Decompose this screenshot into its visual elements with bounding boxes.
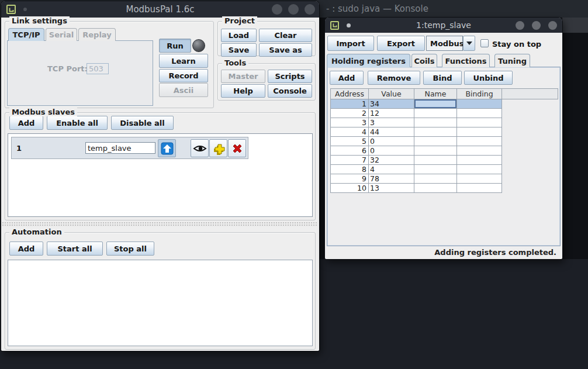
slave-window-titlebar[interactable]: 1:temp_slave	[325, 18, 562, 33]
table-cell-value[interactable]: 78	[369, 174, 414, 183]
register-add-button[interactable]: Add	[330, 71, 364, 85]
table-row[interactable]: 84	[330, 165, 502, 174]
table-cell-value[interactable]: 34	[369, 99, 414, 108]
table-cell-name[interactable]	[414, 146, 457, 155]
slave-enable-toggle[interactable]	[158, 139, 176, 157]
learn-button[interactable]: Learn	[159, 54, 208, 68]
table-row[interactable]: 732	[330, 156, 502, 165]
table-row[interactable]: 33	[330, 118, 502, 127]
table-cell-binding[interactable]	[457, 174, 502, 183]
start-all-button[interactable]: Start all	[47, 242, 103, 256]
table-cell-binding[interactable]	[457, 118, 502, 127]
table-cell-name[interactable]	[414, 156, 457, 164]
tab-functions[interactable]: Functions	[442, 54, 490, 67]
table-cell-value[interactable]: 0	[369, 146, 414, 155]
run-button[interactable]: Run	[159, 39, 191, 53]
table-cell-name[interactable]	[414, 184, 457, 192]
window-button-icon[interactable]	[548, 21, 557, 30]
table-cell-binding[interactable]	[457, 99, 502, 108]
table-cell-name[interactable]	[414, 127, 457, 136]
stop-all-button[interactable]: Stop all	[106, 242, 154, 256]
combobox-arrow-button[interactable]	[463, 36, 475, 51]
table-cell-address[interactable]: 9	[331, 174, 369, 183]
slave-delete-button[interactable]	[228, 139, 246, 157]
tab-holding-registers[interactable]: Holding registers	[327, 54, 410, 67]
window-button-icon[interactable]	[305, 4, 315, 15]
table-cell-value[interactable]: 0	[369, 137, 414, 146]
automation-add-button[interactable]: Add	[9, 242, 43, 256]
import-button[interactable]: Import	[327, 36, 374, 51]
column-header-binding[interactable]: Binding	[457, 89, 502, 99]
table-cell-value[interactable]: 4	[369, 165, 414, 174]
tab-tuning[interactable]: Tuning	[494, 54, 530, 67]
column-header-value[interactable]: Value	[369, 89, 414, 99]
table-cell-address[interactable]: 2	[331, 109, 369, 118]
slave-add-register-button[interactable]	[209, 139, 227, 157]
table-row[interactable]: 444	[330, 127, 502, 137]
table-cell-value[interactable]: 13	[369, 184, 414, 192]
column-header-address[interactable]: Address	[331, 89, 369, 99]
split-pane-divider[interactable]	[2, 222, 317, 227]
table-cell-address[interactable]: 5	[331, 137, 369, 146]
table-cell-value[interactable]: 3	[369, 118, 414, 127]
window-button-icon[interactable]	[532, 21, 541, 30]
table-cell-address[interactable]: 8	[331, 165, 369, 174]
help-button[interactable]: Help	[221, 84, 265, 98]
register-bind-button[interactable]: Bind	[423, 71, 462, 85]
column-header-name[interactable]: Name	[414, 89, 457, 99]
table-cell-address[interactable]: 6	[331, 146, 369, 155]
table-cell-address[interactable]: 10	[331, 184, 369, 192]
table-cell-address[interactable]: 7	[331, 156, 369, 164]
tab-tcpip[interactable]: TCP/IP	[8, 28, 44, 41]
table-row[interactable]: 978	[330, 174, 502, 184]
table-row[interactable]: 134	[330, 99, 502, 109]
stay-on-top-checkbox[interactable]	[480, 39, 489, 47]
export-button[interactable]: Export	[377, 36, 425, 51]
table-cell-binding[interactable]	[457, 156, 502, 164]
table-cell-address[interactable]: 3	[331, 118, 369, 127]
tab-replay[interactable]: Replay	[78, 28, 116, 41]
table-cell-binding[interactable]	[457, 184, 502, 192]
table-cell-name[interactable]	[414, 174, 457, 183]
save-as-button[interactable]: Save as	[259, 43, 312, 57]
table-row[interactable]: 1013	[330, 184, 502, 193]
enable-all-button[interactable]: Enable all	[47, 116, 108, 130]
tab-serial[interactable]: Serial	[46, 28, 77, 41]
table-cell-name[interactable]	[414, 118, 457, 127]
table-cell-value[interactable]: 12	[369, 109, 414, 118]
register-remove-button[interactable]: Remove	[368, 71, 420, 85]
table-cell-value[interactable]: 44	[369, 127, 414, 136]
table-cell-name[interactable]	[414, 137, 457, 146]
slave-view-button[interactable]	[191, 139, 209, 157]
slave-row[interactable]: 1	[11, 137, 248, 159]
table-cell-binding[interactable]	[457, 146, 502, 155]
table-row[interactable]: 50	[330, 137, 502, 146]
window-button-icon[interactable]	[288, 4, 299, 15]
master-button[interactable]: Master	[221, 70, 265, 83]
window-button-icon[interactable]	[516, 21, 524, 30]
table-row[interactable]: 60	[330, 146, 502, 156]
table-cell-name[interactable]	[414, 109, 457, 118]
console-button[interactable]: Console	[268, 84, 312, 98]
table-cell-binding[interactable]	[457, 127, 502, 136]
table-cell-binding[interactable]	[457, 137, 502, 146]
modbuspal-titlebar[interactable]: ModbusPal 1.6c	[1, 1, 319, 18]
table-row[interactable]: 212	[330, 109, 502, 118]
table-cell-address[interactable]: 1	[331, 99, 369, 108]
slave-name-input[interactable]	[85, 142, 155, 154]
slaves-add-button[interactable]: Add	[9, 116, 43, 130]
load-button[interactable]: Load	[221, 29, 257, 42]
table-cell-binding[interactable]	[457, 165, 502, 174]
register-unbind-button[interactable]: Unbind	[464, 71, 513, 85]
table-cell-name[interactable]	[414, 165, 457, 174]
table-cell-binding[interactable]	[457, 109, 502, 118]
disable-all-button[interactable]: Disable all	[111, 116, 174, 130]
tcp-port-input[interactable]	[87, 63, 109, 74]
tab-coils[interactable]: Coils	[411, 54, 437, 67]
ascii-button[interactable]: Ascii	[159, 83, 208, 97]
clear-button[interactable]: Clear	[259, 29, 312, 42]
table-cell-value[interactable]: 32	[369, 156, 414, 164]
table-cell-address[interactable]: 4	[331, 127, 369, 136]
scripts-button[interactable]: Scripts	[268, 70, 312, 83]
table-cell-name[interactable]	[414, 99, 457, 108]
